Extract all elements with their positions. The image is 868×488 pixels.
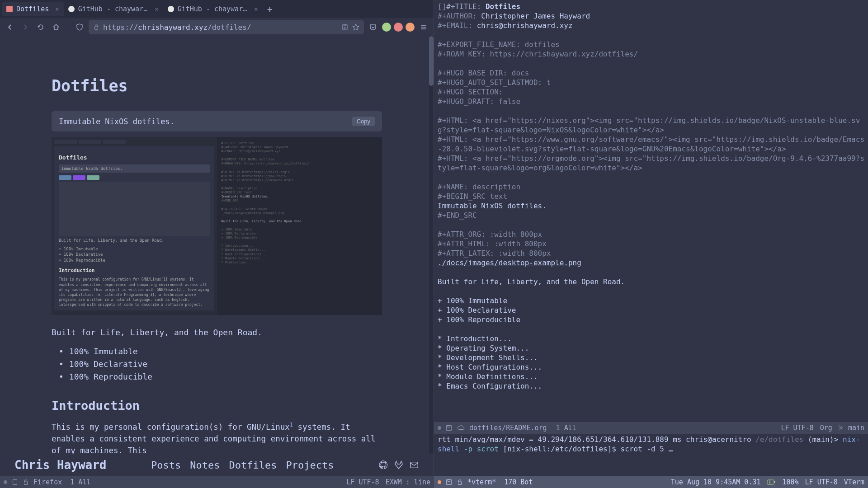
modeline-firefox: Firefox 1 All LF UTF-8 EXWM : line: [0, 476, 434, 488]
tab-github-2[interactable]: GitHub - chayward1/dotf ×: [163, 2, 263, 16]
page-title: Dotfiles: [52, 77, 382, 95]
lock-icon: [93, 24, 99, 30]
tab-title: Dotfiles: [16, 5, 49, 13]
major-mode: VTerm: [844, 478, 864, 486]
site-name[interactable]: Chris Hayward: [14, 458, 107, 472]
buffer-name: dotfiles/README.org: [469, 424, 547, 432]
forward-button[interactable]: [19, 21, 32, 33]
menu-button[interactable]: [417, 21, 430, 33]
url-input[interactable]: https://chrishayward.xyz/dotfiles/: [89, 20, 364, 34]
favicon-icon: [6, 6, 13, 12]
reader-mode-icon[interactable]: [341, 23, 349, 31]
buffer-name: Firefox: [33, 478, 62, 486]
svg-rect-9: [458, 482, 462, 484]
bookmark-icon[interactable]: [352, 23, 359, 31]
cloud-icon: [457, 425, 465, 431]
svg-rect-8: [448, 480, 450, 482]
extension-red-icon[interactable]: [394, 23, 403, 32]
encoding: LF UTF-8: [346, 478, 379, 486]
save-icon: [446, 479, 452, 485]
file-icon: [12, 479, 18, 485]
url-text: https://chrishayward.xyz/dotfiles/: [103, 23, 251, 32]
position: 1 All: [70, 478, 90, 486]
github-icon[interactable]: [378, 460, 388, 470]
tab-title: GitHub - chayward1/dotf: [78, 5, 149, 13]
intro-paragraph: This is my personal configuration(s) for…: [52, 421, 382, 457]
favicon-icon: [168, 6, 174, 12]
status-dot-icon: [438, 426, 441, 430]
svg-rect-6: [448, 426, 450, 427]
close-icon[interactable]: ×: [55, 5, 59, 13]
battery-icon: [767, 478, 776, 486]
tagline: Built for Life, Liberty, and the Open Ro…: [52, 328, 382, 337]
svg-rect-3: [13, 480, 17, 485]
svg-rect-0: [95, 27, 98, 29]
nav-projects[interactable]: Projects: [286, 460, 334, 471]
section-heading: Introduction: [52, 399, 382, 413]
address-bar: https://chrishayward.xyz/dotfiles/: [0, 18, 434, 36]
home-button[interactable]: [50, 21, 62, 33]
nav-notes[interactable]: Notes: [190, 460, 220, 471]
svg-rect-4: [24, 482, 28, 484]
list-item: 100% Immutable: [59, 345, 382, 358]
battery-pct: 100%: [782, 478, 798, 486]
buffer-name: *vterm*: [467, 478, 496, 486]
position: 1 All: [556, 424, 576, 432]
list-item: 100% Reproducible: [59, 371, 382, 383]
favicon-icon: [68, 6, 75, 12]
major-mode: EXWM : line: [386, 478, 430, 486]
status-dot-icon: [4, 480, 7, 484]
position: 170 Bot: [504, 478, 533, 486]
mail-icon[interactable]: [409, 460, 419, 470]
modeline-vterm: *vterm* 170 Bot Tue Aug 10 9:45AM 0.31 1…: [434, 476, 868, 488]
code-text: Immutable NixOS dotfiles.: [59, 117, 175, 126]
nav-posts[interactable]: Posts: [151, 460, 181, 471]
nav-dotfiles[interactable]: Dotfiles: [229, 460, 277, 471]
close-icon[interactable]: ×: [254, 5, 258, 13]
reload-button[interactable]: [34, 21, 47, 33]
shield-icon[interactable]: [73, 21, 86, 33]
feature-list: 100% Immutable 100% Declarative 100% Rep…: [52, 345, 382, 383]
new-tab-button[interactable]: +: [263, 4, 277, 14]
svg-rect-2: [410, 462, 418, 468]
tab-active[interactable]: Dotfiles ×: [2, 2, 64, 16]
page-content: Dotfiles Immutable NixOS dotfiles. Copy …: [0, 36, 434, 476]
scrollbar[interactable]: [429, 36, 434, 476]
lock-icon: [457, 479, 463, 485]
extension-orange-icon[interactable]: [406, 23, 415, 32]
modeline-org: dotfiles/README.org 1 All LF UTF-8 Org m…: [434, 422, 868, 434]
major-mode: Org: [820, 424, 832, 432]
gitlab-icon[interactable]: [394, 460, 404, 470]
close-icon[interactable]: ×: [155, 5, 158, 13]
copy-button[interactable]: Copy: [352, 117, 375, 126]
pocket-icon[interactable]: [367, 21, 379, 33]
tab-title: GitHub - chayward1/dotf: [178, 5, 248, 13]
list-item: 100% Declarative: [59, 358, 382, 371]
code-block: Immutable NixOS dotfiles. Copy: [52, 111, 382, 131]
browser-tabbar: Dotfiles × GitHub - chayward1/dotf × Git…: [0, 0, 434, 18]
screenshot-image: Dotfiles Immutable NixOS dotfiles. Built…: [52, 137, 382, 315]
encoding: LF UTF-8: [781, 424, 814, 432]
org-buffer[interactable]: []#+TITLE: Dotfiles #+AUTHOR: Christophe…: [434, 0, 868, 422]
tab-github-1[interactable]: GitHub - chayward1/dotf ×: [64, 2, 163, 16]
svg-rect-5: [447, 426, 452, 431]
extension-green-icon[interactable]: [382, 23, 391, 32]
encoding: LF UTF-8: [805, 478, 838, 486]
svg-rect-11: [774, 481, 775, 483]
site-footer: Chris Hayward Posts Notes Dotfiles Proje…: [0, 454, 434, 476]
cursor: [669, 450, 673, 451]
status-dot-icon: [438, 480, 441, 484]
save-icon: [446, 425, 452, 431]
vterm-buffer[interactable]: rtt min/avg/max/mdev = 49.294/186.651/36…: [434, 434, 868, 476]
clock: Tue Aug 10 9:45AM 0.31: [671, 478, 761, 486]
lock-icon: [23, 479, 29, 485]
git-branch: main: [839, 424, 864, 432]
back-button[interactable]: [4, 21, 16, 33]
svg-rect-7: [447, 480, 452, 485]
